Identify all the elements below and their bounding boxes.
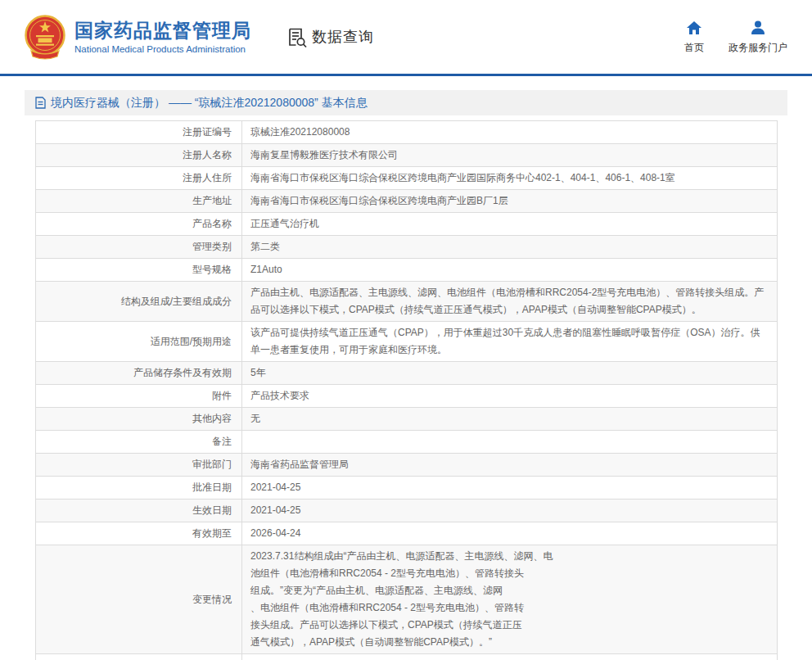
row-label: 批准日期 bbox=[36, 477, 242, 500]
row-label: 管理类别 bbox=[36, 236, 242, 259]
org-name-cn: 国家药品监督管理局 bbox=[74, 20, 251, 43]
row-value: 该产品可提供持续气道正压通气（CPAP），用于体重超过30千克成人患者的阻塞性睡… bbox=[242, 322, 778, 362]
row-value: 海南省海口市保税区海口综合保税区跨境电商产业园国际商务中心402-1、404-1… bbox=[242, 167, 778, 190]
nav-portal-label: 政务服务门户 bbox=[729, 41, 787, 55]
row-label: 产品名称 bbox=[36, 213, 242, 236]
page-title: 境内医疗器械（注册） —— “琼械注准20212080008” 基本信息 bbox=[51, 96, 368, 111]
row-label: 生产地址 bbox=[36, 190, 242, 213]
table-row: 生效日期2021-04-25 bbox=[36, 500, 778, 522]
table-row: 注册人名称海南复星博毅雅医疗技术有限公司 bbox=[36, 144, 778, 167]
row-value: 2023.7.31结构组成由“产品由主机、电源适配器、主电源线、滤网、电 池组件… bbox=[242, 545, 778, 654]
header: 国家药品监督管理局 National Medical Products Admi… bbox=[0, 0, 812, 74]
table-row: 注册人住所海南省海口市保税区海口综合保税区跨境电商产业园国际商务中心402-1、… bbox=[36, 167, 778, 190]
row-label: 注册人住所 bbox=[36, 167, 242, 190]
row-label: 有效期至 bbox=[36, 522, 242, 545]
brand-text: 国家药品监督管理局 National Medical Products Admi… bbox=[74, 20, 251, 55]
row-label: 备注 bbox=[36, 431, 242, 454]
row-label: 注册证编号 bbox=[36, 121, 242, 144]
document-icon bbox=[35, 97, 46, 109]
table-row-note: 注 详情 bbox=[36, 654, 778, 660]
brand: 国家药品监督管理局 National Medical Products Admi… bbox=[25, 14, 251, 60]
row-value: 海南省海口市保税区海口综合保税区跨境电商产业园B厂1层 bbox=[242, 190, 778, 213]
content: 境内医疗器械（注册） —— “琼械注准20212080008” 基本信息 注册证… bbox=[0, 76, 812, 660]
home-icon bbox=[686, 20, 702, 36]
row-label: 其他内容 bbox=[36, 408, 242, 431]
data-query-label: 数据查询 bbox=[312, 27, 374, 47]
table-row: 附件产品技术要求 bbox=[36, 385, 778, 408]
row-label: 附件 bbox=[36, 385, 242, 408]
row-label: 变更情况 bbox=[36, 545, 242, 654]
table-row: 备注 bbox=[36, 431, 778, 454]
row-value: 海南省药品监督管理局 bbox=[242, 454, 778, 477]
row-value: 琼械注准20212080008 bbox=[242, 121, 778, 144]
row-value: 海南复星博毅雅医疗技术有限公司 bbox=[242, 144, 778, 167]
nav-portal[interactable]: 政务服务门户 bbox=[729, 20, 787, 55]
table-row: 生产地址海南省海口市保税区海口综合保税区跨境电商产业园B厂1层 bbox=[36, 190, 778, 213]
data-query-icon bbox=[286, 26, 308, 48]
info-table-rows: 注册证编号琼械注准20212080008注册人名称海南复星博毅雅医疗技术有限公司… bbox=[36, 121, 778, 654]
row-label: 生效日期 bbox=[36, 500, 242, 522]
national-emblem-logo bbox=[25, 14, 65, 60]
top-nav: 首页 政务服务门户 bbox=[684, 20, 787, 55]
table-row: 批准日期2021-04-25 bbox=[36, 477, 778, 500]
table-row: 变更情况2023.7.31结构组成由“产品由主机、电源适配器、主电源线、滤网、电… bbox=[36, 545, 778, 654]
row-value: 第二类 bbox=[242, 236, 778, 259]
registration-info-table: 注册证编号琼械注准20212080008注册人名称海南复星博毅雅医疗技术有限公司… bbox=[35, 120, 778, 660]
row-value: Z1Auto bbox=[242, 259, 778, 282]
table-row: 其他内容无 bbox=[36, 408, 778, 431]
row-value: 5年 bbox=[242, 362, 778, 385]
row-value: 2021-04-25 bbox=[242, 500, 778, 522]
table-row: 有效期至2026-04-24 bbox=[36, 522, 778, 545]
row-value bbox=[242, 431, 778, 454]
row-value: 产品由主机、电源适配器、主电源线、滤网、电池组件（电池滑槽和RRC2054-2型… bbox=[242, 282, 778, 322]
row-value: 正压通气治疗机 bbox=[242, 213, 778, 236]
row-value: 2021-04-25 bbox=[242, 477, 778, 500]
row-value: 产品技术要求 bbox=[242, 385, 778, 408]
table-row: 审批部门海南省药品监督管理局 bbox=[36, 454, 778, 477]
table-row: 产品储存条件及有效期5年 bbox=[36, 362, 778, 385]
table-row: 型号规格Z1Auto bbox=[36, 259, 778, 282]
row-label: 产品储存条件及有效期 bbox=[36, 362, 242, 385]
row-label: 适用范围/预期用途 bbox=[36, 322, 242, 362]
row-label: 审批部门 bbox=[36, 454, 242, 477]
org-name-en: National Medical Products Administration bbox=[74, 44, 251, 54]
row-value: 无 bbox=[242, 408, 778, 431]
row-label: 型号规格 bbox=[36, 259, 242, 282]
table-row: 产品名称正压通气治疗机 bbox=[36, 213, 778, 236]
row-value: 2026-04-24 bbox=[242, 522, 778, 545]
row-label: 注册人名称 bbox=[36, 144, 242, 167]
note-label-text: 注 bbox=[222, 657, 232, 660]
table-row: 注册证编号琼械注准20212080008 bbox=[36, 121, 778, 144]
data-query-nav[interactable]: 数据查询 bbox=[286, 26, 374, 48]
user-icon bbox=[750, 20, 766, 36]
note-label: 注 bbox=[210, 657, 232, 660]
row-label: 结构及组成/主要组成成分 bbox=[36, 282, 242, 322]
table-row: 结构及组成/主要组成成分产品由主机、电源适配器、主电源线、滤网、电池组件（电池滑… bbox=[36, 282, 778, 322]
table-row: 管理类别第二类 bbox=[36, 236, 778, 259]
page-title-bar: 境内医疗器械（注册） —— “琼械注准20212080008” 基本信息 bbox=[25, 90, 787, 115]
nav-home[interactable]: 首页 bbox=[684, 20, 704, 55]
nav-home-label: 首页 bbox=[684, 41, 704, 55]
table-row: 适用范围/预期用途该产品可提供持续气道正压通气（CPAP），用于体重超过30千克… bbox=[36, 322, 778, 362]
info-table-note: 注 详情 bbox=[36, 654, 778, 660]
